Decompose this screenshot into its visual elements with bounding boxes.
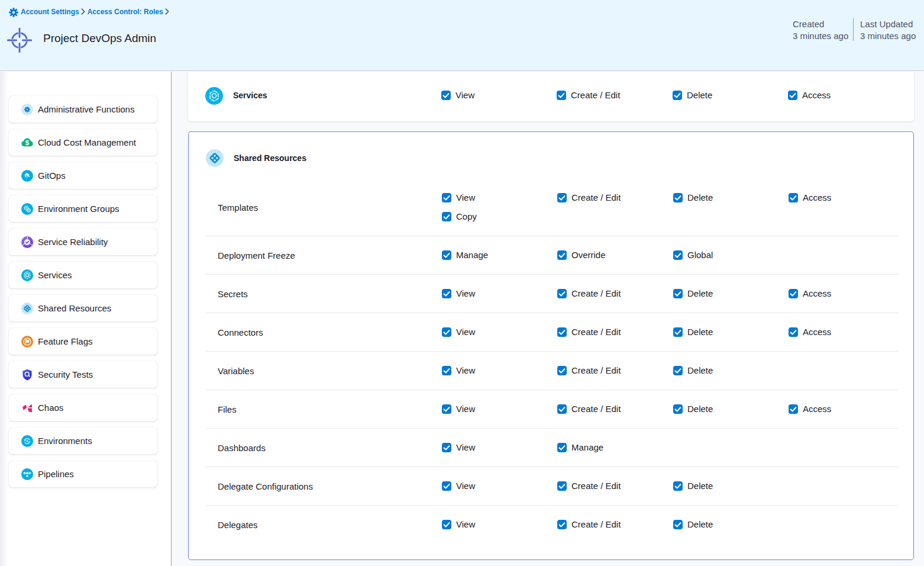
svg-text:$: $ <box>25 139 30 146</box>
